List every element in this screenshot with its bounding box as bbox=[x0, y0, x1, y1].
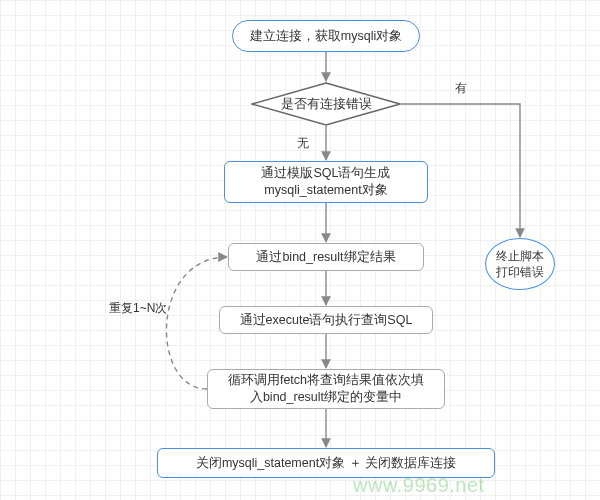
gen-stmt-label: 通过模版SQL语句生成 mysqli_statement对象 bbox=[261, 165, 390, 199]
bind-result-label: 通过bind_result绑定结果 bbox=[256, 249, 395, 266]
edge-yes-label: 有 bbox=[455, 80, 467, 97]
terminate-label: 终止脚本 打印错误 bbox=[496, 248, 544, 280]
decision-label: 是否有连接错误 bbox=[281, 96, 372, 113]
fetch-label: 循环调用fetch将查询结果值依次填 入bind_result绑定的变量中 bbox=[228, 372, 424, 406]
start-node: 建立连接，获取mysqli对象 bbox=[232, 20, 420, 52]
loop-label: 重复1~N次 bbox=[109, 300, 167, 317]
terminate-node: 终止脚本 打印错误 bbox=[485, 238, 555, 290]
start-label: 建立连接，获取mysqli对象 bbox=[250, 28, 402, 45]
fetch-node: 循环调用fetch将查询结果值依次填 入bind_result绑定的变量中 bbox=[207, 369, 445, 409]
watermark: www.9969.net bbox=[353, 474, 485, 497]
execute-label: 通过execute语句执行查询SQL bbox=[240, 312, 413, 329]
edge-no-label: 无 bbox=[297, 135, 309, 152]
bind-result-node: 通过bind_result绑定结果 bbox=[228, 243, 424, 271]
gen-stmt-node: 通过模版SQL语句生成 mysqli_statement对象 bbox=[224, 161, 428, 203]
close-label: 关闭mysqli_statement对象 ＋ 关闭数据库连接 bbox=[196, 455, 456, 472]
decision-node: 是否有连接错误 bbox=[251, 82, 401, 126]
execute-node: 通过execute语句执行查询SQL bbox=[219, 306, 433, 334]
